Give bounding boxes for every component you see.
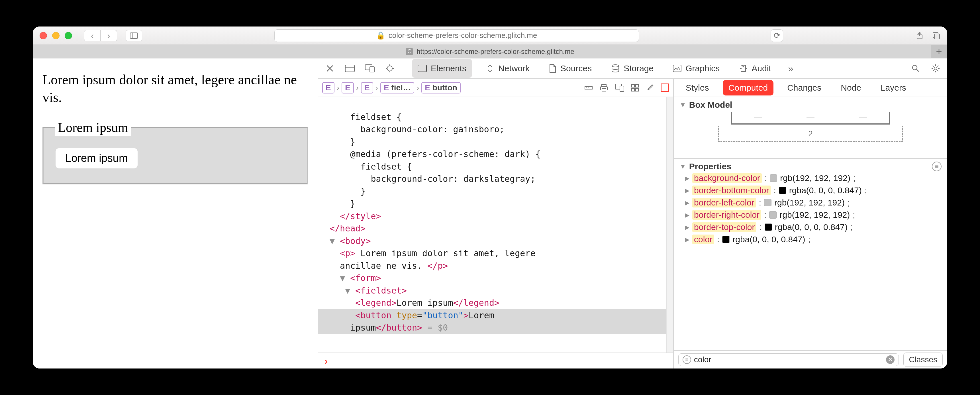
print-icon[interactable] xyxy=(600,83,608,92)
share-icon[interactable] xyxy=(915,31,924,40)
ruler-icon[interactable] xyxy=(584,83,593,92)
svg-rect-25 xyxy=(632,88,635,91)
clear-filter-icon[interactable]: ✕ xyxy=(886,355,894,364)
properties-section: ▼Properties ≡ ▸ background-color: rgb(19… xyxy=(674,159,947,350)
property-row[interactable]: ▸ border-right-color: rgb(192, 192, 192)… xyxy=(685,210,936,220)
url-field[interactable]: 🔒 color-scheme-prefers-color-scheme.glit… xyxy=(274,29,639,42)
console-input-strip[interactable]: › xyxy=(318,352,673,368)
classes-button[interactable]: Classes xyxy=(904,352,943,367)
nav-buttons: ‹ › xyxy=(84,30,117,41)
maximize-window-button[interactable] xyxy=(65,32,72,39)
filter-badge-icon[interactable]: ≡ xyxy=(932,162,942,171)
breadcrumb-item[interactable]: E button xyxy=(422,82,461,94)
forward-button[interactable]: › xyxy=(100,30,117,41)
breadcrumb-item[interactable]: E xyxy=(361,82,373,94)
overflow-icon[interactable]: » xyxy=(785,62,797,74)
svg-point-13 xyxy=(612,65,619,67)
disclosure-triangle-icon: ▸ xyxy=(685,234,689,244)
computed-prop-value: rgb(192, 192, 192) xyxy=(780,210,850,220)
responsive-icon[interactable] xyxy=(615,84,624,92)
computed-prop-value: rgba(0, 0, 0, 0.847) xyxy=(775,222,848,232)
property-row[interactable]: ▸ background-color: rgb(192, 192, 192); xyxy=(685,173,936,183)
property-row[interactable]: ▸ border-bottom-color: rgba(0, 0, 0, 0.8… xyxy=(685,185,936,195)
tab-favicon: C xyxy=(406,48,413,55)
tab-title[interactable]: https://color-scheme-prefers-color-schem… xyxy=(417,48,574,56)
new-tab-button[interactable]: + xyxy=(931,45,947,59)
property-filter-input[interactable]: ≡ color ✕ xyxy=(678,354,899,366)
properties-title: Properties xyxy=(689,162,731,171)
audit-icon xyxy=(739,64,748,73)
property-row[interactable]: ▸ border-left-color: rgb(192, 192, 192); xyxy=(685,198,936,207)
minimize-window-button[interactable] xyxy=(52,32,60,39)
styles-column: Styles Computed Changes Node Layers ▼Box… xyxy=(674,79,947,368)
sidebar-toggle-button[interactable] xyxy=(126,30,142,41)
elements-icon xyxy=(418,65,427,72)
svg-rect-23 xyxy=(632,84,635,87)
page-button[interactable]: Lorem ipsum xyxy=(55,148,138,169)
computed-prop-value: rgb(192, 192, 192) xyxy=(774,198,845,207)
gear-icon[interactable] xyxy=(929,62,942,74)
breadcrumb-item[interactable]: E fiel… xyxy=(380,82,414,94)
dom-source-tree[interactable]: fieldset { background-color: gainsboro; … xyxy=(318,97,667,352)
svg-rect-10 xyxy=(418,65,426,72)
tab-node[interactable]: Node xyxy=(835,80,867,96)
tabs-overview-icon[interactable] xyxy=(932,31,940,40)
tab-elements[interactable]: Elements xyxy=(412,59,472,78)
color-swatch xyxy=(765,223,772,231)
svg-rect-8 xyxy=(370,67,374,72)
property-row[interactable]: ▸ border-top-color: rgba(0, 0, 0, 0.847)… xyxy=(685,222,936,232)
tab-graphics[interactable]: Graphics xyxy=(667,59,725,78)
graphics-icon xyxy=(673,65,681,72)
paint-flashing-icon[interactable] xyxy=(661,83,669,92)
breadcrumb-item[interactable]: E xyxy=(322,82,334,94)
browser-window: ‹ › 🔒 color-scheme-prefers-color-scheme.… xyxy=(33,27,947,368)
brush-icon[interactable] xyxy=(646,84,654,92)
page-fieldset: Lorem ipsum Lorem ipsum xyxy=(43,119,308,185)
device-icon[interactable] xyxy=(364,62,376,74)
tab-computed[interactable]: Computed xyxy=(723,80,773,96)
disclosure-triangle-icon: ▸ xyxy=(685,185,689,195)
disclosure-triangle-icon[interactable]: ▼ xyxy=(679,101,686,109)
tab-sources[interactable]: Sources xyxy=(543,59,597,78)
sources-icon xyxy=(549,64,556,73)
tab-network[interactable]: Network xyxy=(480,59,535,78)
chevron-right-icon: › xyxy=(337,83,339,92)
box-model-section: ▼Box Model ——— 2 — xyxy=(674,97,947,159)
color-swatch xyxy=(764,199,772,206)
lock-icon: 🔒 xyxy=(376,31,385,40)
svg-point-16 xyxy=(934,67,937,70)
titlebar: ‹ › 🔒 color-scheme-prefers-color-scheme.… xyxy=(33,27,947,45)
close-window-button[interactable] xyxy=(40,32,47,39)
tab-styles[interactable]: Styles xyxy=(680,80,715,96)
search-icon[interactable] xyxy=(910,62,921,74)
tab-changes[interactable]: Changes xyxy=(781,80,827,96)
source-scrollbar[interactable] xyxy=(667,97,673,352)
computed-prop-name: border-top-color xyxy=(692,222,756,232)
grid-icon[interactable] xyxy=(631,84,639,92)
disclosure-triangle-icon[interactable]: ▼ xyxy=(679,162,686,170)
window-controls xyxy=(40,32,72,39)
svg-rect-26 xyxy=(636,88,638,91)
properties-filter-row: ≡ color ✕ Classes xyxy=(674,350,947,368)
storage-icon xyxy=(611,64,620,73)
chevron-right-icon: › xyxy=(375,83,378,92)
page-paragraph: Lorem ipsum dolor sit amet, legere ancil… xyxy=(43,71,308,107)
svg-rect-22 xyxy=(620,86,624,91)
tab-storage[interactable]: Storage xyxy=(605,59,659,78)
reload-button[interactable]: ⟳ xyxy=(771,29,783,42)
computed-property-list: ▸ background-color: rgb(192, 192, 192);▸… xyxy=(679,171,942,246)
close-devtools-icon[interactable] xyxy=(324,62,336,74)
devtools-body: E › E › E › E fiel… › E button xyxy=(318,79,947,368)
tab-layers[interactable]: Layers xyxy=(875,80,912,96)
property-row[interactable]: ▸ color: rgba(0, 0, 0, 0.847); xyxy=(685,234,936,244)
inspect-icon[interactable] xyxy=(384,62,396,74)
titlebar-right-icons xyxy=(915,31,940,40)
dock-icon[interactable] xyxy=(344,62,356,74)
breadcrumb-item[interactable]: E xyxy=(342,82,354,94)
computed-prop-value: rgb(192, 192, 192) xyxy=(780,173,850,183)
box-model-diagram: ——— 2 — xyxy=(679,110,942,155)
back-button[interactable]: ‹ xyxy=(84,30,100,41)
devtools-toolbar: Elements Network Sources Storage Graphic… xyxy=(318,59,947,79)
tab-audit[interactable]: Audit xyxy=(733,59,776,78)
computed-prop-name: color xyxy=(692,234,714,244)
